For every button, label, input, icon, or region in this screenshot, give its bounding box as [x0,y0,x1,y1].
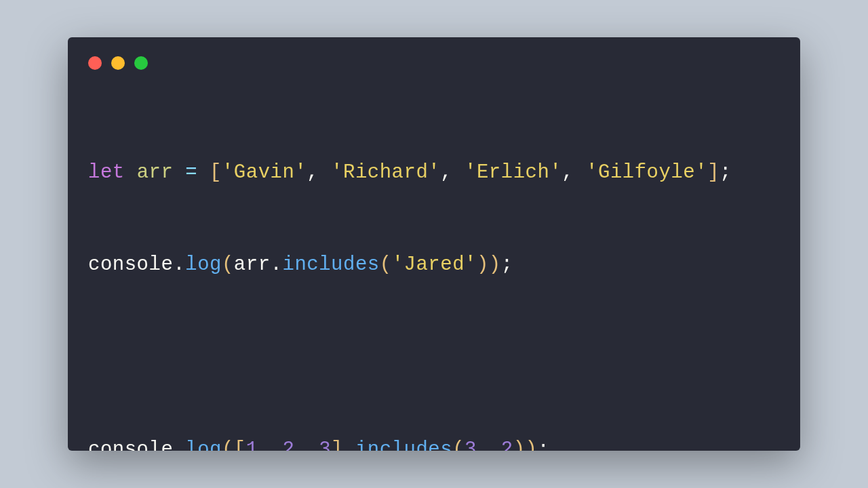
dot: . [173,439,185,451]
semicolon: ; [719,161,732,184]
comma: , [307,161,319,184]
semicolon: ; [538,439,550,451]
string-erlich: 'Erlich' [465,161,561,184]
paren-close: ) [526,439,538,451]
string-jared: 'Jared' [392,253,477,276]
paren-open: ( [452,439,465,451]
code-line-2: console.log(arr.includes('Jared')); [88,242,780,288]
code-window: let arr = ['Gavin', 'Richard', 'Erlich',… [68,37,800,451]
window-controls [88,56,780,70]
dot: . [173,253,185,276]
bracket-open: [ [210,161,222,184]
number: 3 [465,439,477,451]
method-includes: includes [282,253,379,276]
number: 2 [501,439,513,451]
string-gavin: 'Gavin' [222,161,307,184]
number: 3 [319,439,331,451]
identifier-arr: arr [137,161,174,184]
bracket-open: [ [234,439,246,451]
bracket-close: ] [331,439,343,451]
semicolon: ; [501,253,513,276]
paren-open: ( [222,439,234,451]
bracket-close: ] [707,161,719,184]
keyword-let: let [88,161,125,184]
comma: , [477,439,489,451]
comma: , [440,161,452,184]
identifier-console: console [88,253,173,276]
number: 2 [282,439,294,451]
paren-open: ( [380,253,392,276]
dot: . [271,253,283,276]
comma: , [294,439,307,451]
maximize-icon[interactable] [134,56,148,70]
identifier-arr: arr [234,253,271,276]
method-log: log [185,439,222,451]
method-includes: includes [355,439,452,451]
paren-close: ) [489,253,501,276]
string-gilfoyle: 'Gilfoyle' [586,161,707,184]
comma: , [561,161,574,184]
close-icon[interactable] [88,56,102,70]
dot: . [343,439,355,451]
paren-close: ) [477,253,489,276]
code-block: let arr = ['Gavin', 'Richard', 'Erlich',… [88,104,780,451]
code-line-1: let arr = ['Gavin', 'Richard', 'Erlich',… [88,150,780,196]
operator-equals: = [185,161,197,184]
number: 1 [246,439,258,451]
paren-open: ( [222,253,234,276]
minimize-icon[interactable] [111,56,125,70]
string-richard: 'Richard' [331,161,440,184]
method-log: log [185,253,222,276]
comma: , [258,439,271,451]
blank-line [88,335,780,381]
code-line-3: console.log([1, 2, 3].includes(3, 2)); [88,427,780,451]
identifier-console: console [88,439,173,451]
paren-close: ) [513,439,526,451]
